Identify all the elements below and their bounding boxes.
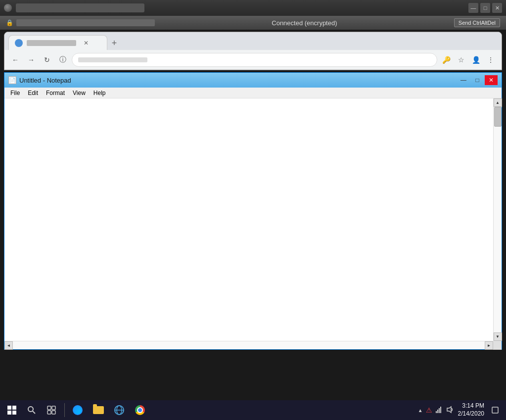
svg-rect-11: [439, 408, 440, 413]
chrome-icon: [135, 405, 145, 415]
svg-rect-14: [492, 407, 498, 413]
notepad-menu-edit[interactable]: Edit: [24, 88, 42, 98]
send-ctrl-alt-del-button[interactable]: Send CtrlAltDel: [454, 18, 500, 27]
windows-logo-icon: [7, 406, 16, 415]
chrome-tab-close-button[interactable]: ✕: [82, 39, 90, 47]
chrome-os-bar-left: [4, 3, 144, 12]
windows-taskbar: ▲ ⚠ 3:14 PM 2/14/2020: [0, 400, 506, 420]
network-tray-icon[interactable]: [435, 406, 443, 415]
svg-rect-10: [437, 410, 438, 413]
notepad-menu-format[interactable]: Format: [42, 88, 69, 98]
chrome-os-minimize-button[interactable]: —: [468, 3, 478, 13]
scrollbar-vertical-track[interactable]: [494, 107, 502, 332]
notepad-close-button[interactable]: ✕: [485, 75, 498, 85]
notepad-text-editor[interactable]: [4, 98, 493, 341]
taskbar-app-network[interactable]: [109, 400, 129, 420]
notepad-window: 📄 Untitled - Notepad — □ ✕ File Edit For…: [4, 72, 502, 350]
chrome-new-tab-button[interactable]: +: [107, 36, 121, 50]
chrome-address-bar[interactable]: [72, 53, 437, 67]
rdp-lock-icon: 🔒: [6, 19, 13, 26]
chrome-star-button[interactable]: ☆: [454, 53, 468, 67]
chrome-refresh-button[interactable]: ↻: [40, 53, 54, 67]
taskbar-app-file-explorer[interactable]: [89, 400, 108, 420]
svg-rect-3: [52, 406, 55, 410]
clock-date: 2/14/2020: [458, 410, 484, 418]
notepad-horizontal-scrollbar[interactable]: ◄ ►: [4, 341, 502, 349]
notepad-titlebar-left: 📄 Untitled - Notepad: [8, 76, 71, 84]
taskbar-clock[interactable]: 3:14 PM 2/14/2020: [456, 401, 486, 419]
chrome-menu-button[interactable]: ⋮: [484, 53, 498, 67]
chrome-account-button[interactable]: 👤: [469, 53, 483, 67]
notepad-vertical-scrollbar[interactable]: ▲ ▼: [493, 98, 502, 341]
notepad-menubar: File Edit Format View Help: [4, 88, 502, 98]
taskbar-separator: [64, 403, 65, 417]
svg-rect-5: [52, 411, 55, 414]
rdp-connection-status: Connected (encrypted): [155, 18, 454, 27]
folder-icon: [93, 406, 104, 414]
chrome-os-icon: [4, 4, 12, 12]
notepad-title: Untitled - Notepad: [19, 77, 71, 84]
notepad-window-controls: — □ ✕: [457, 75, 498, 85]
notepad-minimize-button[interactable]: —: [457, 75, 470, 85]
chrome-os-controls: — □ ✕: [468, 3, 502, 13]
chrome-address-text: [78, 57, 147, 62]
chrome-key-button[interactable]: 🔑: [439, 53, 453, 67]
taskbar-right: ▲ ⚠ 3:14 PM 2/14/2020: [418, 401, 506, 419]
notepad-titlebar: 📄 Untitled - Notepad — □ ✕: [4, 73, 502, 88]
search-icon: [27, 406, 36, 415]
scrollbar-vertical-thumb[interactable]: [494, 107, 502, 127]
chrome-toolbar-right: 🔑 ☆ 👤 ⋮: [439, 53, 498, 67]
taskbar-app-ie[interactable]: [68, 400, 88, 420]
svg-rect-2: [47, 406, 51, 410]
scrollbar-horizontal-track[interactable]: [13, 341, 485, 349]
notepad-menu-view[interactable]: View: [69, 88, 90, 98]
scrollbar-up-button[interactable]: ▲: [494, 98, 502, 107]
rdp-title-bar: [16, 19, 155, 26]
notification-button[interactable]: [488, 403, 502, 417]
scrollbar-corner: [493, 341, 502, 350]
taskbar-left: [0, 400, 150, 420]
notepad-menu-help[interactable]: Help: [90, 88, 110, 98]
notepad-maximize-button[interactable]: □: [471, 75, 484, 85]
rdp-bar-left: 🔒: [6, 19, 155, 26]
chrome-back-button[interactable]: ←: [8, 53, 22, 67]
chrome-info-button[interactable]: ⓘ: [56, 53, 70, 67]
chrome-os-close-button[interactable]: ✕: [492, 3, 502, 13]
network-icon: [114, 405, 125, 416]
chrome-os-title: [16, 3, 144, 12]
speaker-tray-icon[interactable]: [446, 406, 454, 415]
chrome-tab-favicon: [15, 39, 23, 47]
taskbar-app-chrome[interactable]: [130, 400, 150, 420]
chrome-browser-window: ✕ + ← → ↻ ⓘ 🔑 ☆ 👤 ⋮: [4, 32, 502, 70]
notepad-content-area: ▲ ▼: [4, 98, 502, 341]
chrome-forward-button[interactable]: →: [24, 53, 38, 67]
scrollbar-down-button[interactable]: ▼: [494, 332, 502, 341]
rdp-bar: 🔒 Connected (encrypted) Send CtrlAltDel: [0, 16, 506, 30]
svg-line-1: [33, 411, 35, 414]
battery-warning-icon: ⚠: [426, 406, 432, 414]
svg-rect-12: [440, 407, 441, 413]
task-view-button[interactable]: [42, 400, 61, 420]
svg-point-0: [28, 407, 33, 412]
scrollbar-left-button[interactable]: ◄: [4, 341, 13, 350]
chrome-os-titlebar: — □ ✕: [0, 0, 506, 16]
notepad-textarea-wrapper: [4, 98, 493, 341]
svg-rect-4: [47, 411, 51, 414]
rdp-status-text: Connected (encrypted): [272, 19, 337, 27]
scrollbar-right-button[interactable]: ►: [485, 341, 493, 350]
chrome-tab-title: [27, 40, 76, 46]
chrome-tab-active[interactable]: ✕: [8, 35, 107, 50]
task-view-icon: [47, 406, 56, 415]
start-button[interactable]: [2, 400, 22, 420]
taskbar-search-button[interactable]: [23, 400, 41, 420]
chrome-tab-bar: ✕ +: [4, 32, 502, 50]
chrome-os-maximize-button[interactable]: □: [480, 3, 490, 13]
clock-time: 3:14 PM: [458, 402, 484, 410]
svg-rect-9: [436, 411, 437, 413]
notification-icon: [492, 407, 499, 414]
notepad-menu-file[interactable]: File: [6, 88, 24, 98]
system-tray: ▲ ⚠: [418, 406, 454, 415]
tray-expand-button[interactable]: ▲: [418, 408, 423, 413]
notepad-app-icon: 📄: [8, 76, 16, 84]
svg-marker-13: [447, 407, 451, 413]
